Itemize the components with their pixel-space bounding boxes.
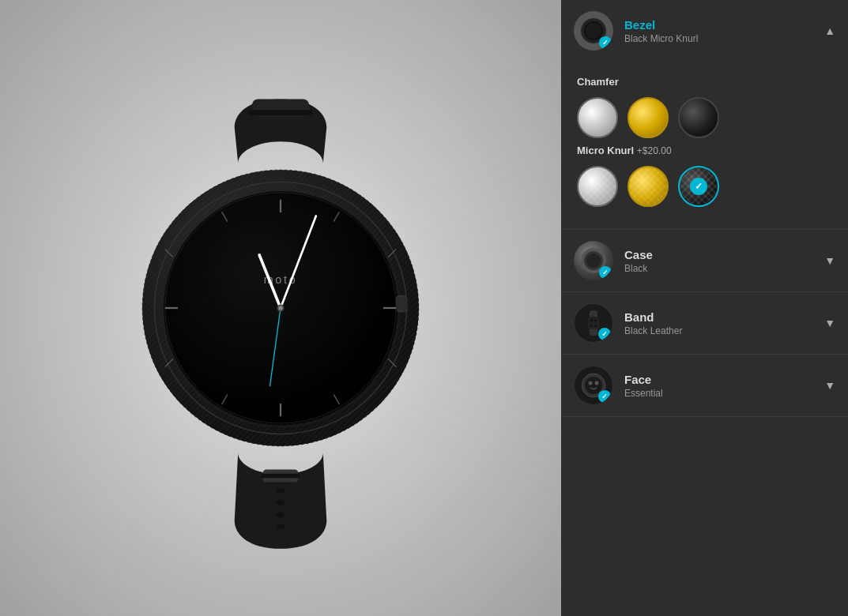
bezel-info: Bezel Black Micro Knurl — [624, 18, 818, 44]
watch-illustration: moto — [0, 0, 561, 616]
case-thumb: ✓ — [574, 241, 613, 280]
svg-rect-7 — [262, 474, 300, 478]
face-thumb: ✓ — [574, 366, 613, 405]
band-chevron-down-icon: ▼ — [824, 317, 835, 329]
case-header[interactable]: ✓ Case Black ▼ — [561, 230, 848, 291]
svg-point-43 — [586, 23, 601, 39]
svg-point-47 — [586, 254, 601, 268]
face-check-badge: ✓ — [598, 390, 611, 403]
watch-svg: moto — [75, 59, 486, 557]
knurl-silver-swatch[interactable] — [577, 166, 618, 207]
band-thumb: ✓ — [574, 303, 613, 343]
bezel-header[interactable]: ✓ Bezel Black Micro Knurl ▲ — [561, 0, 848, 62]
bezel-thumb: ✓ — [574, 11, 613, 51]
case-subtitle: Black — [624, 263, 818, 274]
face-info: Face Essential — [624, 373, 818, 399]
knurl-gold-swatch[interactable] — [628, 166, 669, 207]
config-panel: ✓ Bezel Black Micro Knurl ▲ Chamfer Micr… — [561, 0, 848, 616]
chamfer-black-swatch[interactable] — [678, 97, 719, 138]
micro-knurl-label: Micro Knurl +$20.00 — [577, 145, 832, 156]
svg-rect-50 — [590, 319, 593, 321]
knurl-black-selected-icon: ✓ — [690, 178, 707, 195]
svg-point-2 — [277, 488, 285, 494]
chamfer-gold-swatch[interactable] — [628, 97, 669, 138]
chamfer-options — [577, 97, 832, 138]
micro-knurl-options: ✓ — [577, 166, 832, 207]
bezel-section: ✓ Bezel Black Micro Knurl ▲ Chamfer Micr… — [561, 0, 848, 230]
case-section: ✓ Case Black ▼ — [561, 230, 848, 292]
micro-knurl-price: +$20.00 — [637, 145, 672, 156]
band-info: Band Black Leather — [624, 310, 818, 336]
svg-point-3 — [277, 500, 285, 505]
svg-rect-40 — [397, 297, 407, 311]
face-section: ✓ Face Essential ▼ — [561, 355, 848, 417]
face-chevron-down-icon: ▼ — [824, 379, 835, 392]
svg-rect-51 — [594, 319, 597, 321]
face-title: Face — [624, 373, 818, 386]
bezel-chevron-up-icon: ▲ — [824, 24, 835, 37]
svg-point-56 — [589, 381, 593, 385]
svg-rect-52 — [590, 325, 593, 327]
svg-rect-1 — [249, 110, 313, 115]
bezel-content: Chamfer Micro Knurl +$20.00 — [561, 62, 848, 229]
band-subtitle: Black Leather — [624, 325, 818, 336]
case-check-badge: ✓ — [599, 266, 612, 279]
svg-point-5 — [277, 524, 285, 529]
svg-rect-49 — [588, 317, 599, 329]
case-info: Case Black — [624, 248, 818, 274]
band-header[interactable]: ✓ Band Black Leather ▼ — [561, 292, 848, 354]
case-chevron-down-icon: ▼ — [824, 254, 835, 267]
svg-point-4 — [277, 512, 285, 517]
watch-display: moto — [0, 0, 561, 616]
case-title: Case — [624, 248, 818, 261]
svg-rect-53 — [594, 325, 597, 327]
knurl-black-swatch[interactable]: ✓ — [678, 166, 719, 207]
face-subtitle: Essential — [624, 388, 818, 399]
svg-point-38 — [278, 306, 282, 310]
bezel-subtitle: Black Micro Knurl — [624, 33, 818, 44]
svg-point-57 — [595, 381, 599, 385]
band-title: Band — [624, 310, 818, 324]
chamfer-label: Chamfer — [577, 76, 832, 88]
bezel-title: Bezel — [624, 18, 818, 32]
chamfer-silver-swatch[interactable] — [577, 97, 618, 138]
face-header[interactable]: ✓ Face Essential ▼ — [561, 355, 848, 416]
band-check-badge: ✓ — [598, 328, 611, 340]
bezel-check-badge: ✓ — [599, 36, 612, 49]
band-section: ✓ Band Black Leather ▼ — [561, 292, 848, 355]
